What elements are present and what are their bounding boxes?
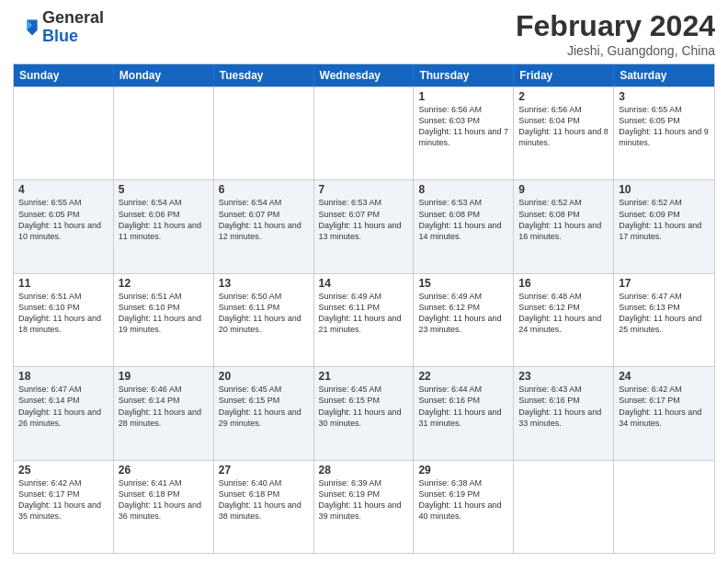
calendar-row-2: 11Sunrise: 6:51 AM Sunset: 6:10 PM Dayli… [14, 273, 714, 366]
day-number: 10 [619, 183, 710, 196]
cell-info: Sunrise: 6:54 AM Sunset: 6:06 PM Dayligh… [119, 197, 209, 242]
day-number: 17 [619, 277, 710, 290]
day-number: 4 [18, 183, 108, 196]
logo-icon [13, 15, 39, 40]
location: Jieshi, Guangdong, China [516, 43, 715, 58]
calendar-cell-19: 19Sunrise: 6:46 AM Sunset: 6:14 PM Dayli… [114, 367, 214, 459]
cell-info: Sunrise: 6:48 AM Sunset: 6:12 PM Dayligh… [518, 291, 609, 336]
calendar-cell-24: 24Sunrise: 6:42 AM Sunset: 6:17 PM Dayli… [614, 367, 714, 459]
calendar-cell-empty-4-5 [514, 461, 614, 553]
calendar-cell-empty-0-1 [114, 87, 214, 179]
calendar-cell-1: 1Sunrise: 6:56 AM Sunset: 6:03 PM Daylig… [414, 87, 514, 179]
calendar-cell-16: 16Sunrise: 6:48 AM Sunset: 6:12 PM Dayli… [514, 274, 614, 366]
header-day-thursday: Thursday [414, 64, 514, 86]
cell-info: Sunrise: 6:49 AM Sunset: 6:12 PM Dayligh… [418, 291, 508, 336]
day-number: 23 [518, 370, 609, 383]
cell-info: Sunrise: 6:42 AM Sunset: 6:17 PM Dayligh… [18, 477, 108, 523]
cell-info: Sunrise: 6:45 AM Sunset: 6:15 PM Dayligh… [319, 384, 409, 429]
cell-info: Sunrise: 6:53 AM Sunset: 6:08 PM Dayligh… [418, 197, 508, 242]
day-number: 15 [418, 277, 508, 290]
day-number: 19 [119, 370, 209, 383]
day-number: 25 [18, 464, 108, 477]
title-block: February 2024 Jieshi, Guangdong, China [516, 9, 715, 58]
cell-info: Sunrise: 6:52 AM Sunset: 6:09 PM Dayligh… [619, 197, 710, 242]
cell-info: Sunrise: 6:51 AM Sunset: 6:10 PM Dayligh… [119, 291, 209, 336]
calendar-cell-20: 20Sunrise: 6:45 AM Sunset: 6:15 PM Dayli… [214, 367, 314, 459]
day-number: 16 [518, 277, 609, 290]
header: General Blue February 2024 Jieshi, Guang… [13, 9, 715, 58]
day-number: 29 [418, 464, 508, 477]
day-number: 7 [319, 183, 409, 196]
cell-info: Sunrise: 6:41 AM Sunset: 6:18 PM Dayligh… [119, 477, 209, 523]
day-number: 28 [319, 464, 409, 477]
calendar-cell-28: 28Sunrise: 6:39 AM Sunset: 6:19 PM Dayli… [314, 461, 415, 553]
calendar-cell-empty-0-0 [14, 87, 114, 179]
calendar-row-1: 4Sunrise: 6:55 AM Sunset: 6:05 PM Daylig… [14, 179, 714, 272]
day-number: 2 [518, 90, 609, 103]
cell-info: Sunrise: 6:51 AM Sunset: 6:10 PM Dayligh… [18, 291, 108, 336]
day-number: 13 [219, 277, 309, 290]
cell-info: Sunrise: 6:53 AM Sunset: 6:07 PM Dayligh… [319, 197, 409, 242]
day-number: 14 [319, 277, 409, 290]
cell-info: Sunrise: 6:50 AM Sunset: 6:11 PM Dayligh… [219, 291, 309, 336]
day-number: 9 [518, 183, 609, 196]
calendar-cell-18: 18Sunrise: 6:47 AM Sunset: 6:14 PM Dayli… [14, 367, 114, 459]
header-day-wednesday: Wednesday [314, 64, 415, 86]
calendar-cell-8: 8Sunrise: 6:53 AM Sunset: 6:08 PM Daylig… [414, 180, 514, 272]
cell-info: Sunrise: 6:40 AM Sunset: 6:18 PM Dayligh… [219, 477, 309, 523]
calendar-cell-4: 4Sunrise: 6:55 AM Sunset: 6:05 PM Daylig… [14, 180, 114, 272]
header-day-monday: Monday [114, 64, 214, 86]
cell-info: Sunrise: 6:39 AM Sunset: 6:19 PM Dayligh… [319, 477, 409, 523]
day-number: 22 [418, 370, 508, 383]
calendar-cell-17: 17Sunrise: 6:47 AM Sunset: 6:13 PM Dayli… [614, 274, 714, 366]
calendar-cell-empty-0-2 [214, 87, 314, 179]
cell-info: Sunrise: 6:45 AM Sunset: 6:15 PM Dayligh… [219, 384, 309, 429]
calendar-cell-10: 10Sunrise: 6:52 AM Sunset: 6:09 PM Dayli… [614, 180, 714, 272]
logo-blue: Blue [42, 28, 104, 46]
calendar-header: SundayMondayTuesdayWednesdayThursdayFrid… [14, 64, 714, 86]
calendar-cell-27: 27Sunrise: 6:40 AM Sunset: 6:18 PM Dayli… [214, 461, 314, 553]
cell-info: Sunrise: 6:46 AM Sunset: 6:14 PM Dayligh… [119, 384, 209, 429]
calendar-cell-empty-4-6 [614, 461, 714, 553]
calendar-cell-7: 7Sunrise: 6:53 AM Sunset: 6:07 PM Daylig… [314, 180, 415, 272]
calendar-cell-5: 5Sunrise: 6:54 AM Sunset: 6:06 PM Daylig… [114, 180, 214, 272]
calendar-cell-25: 25Sunrise: 6:42 AM Sunset: 6:17 PM Dayli… [14, 461, 114, 553]
month-title: February 2024 [516, 9, 715, 43]
calendar-cell-11: 11Sunrise: 6:51 AM Sunset: 6:10 PM Dayli… [14, 274, 114, 366]
logo-text: General Blue [42, 9, 104, 46]
day-number: 26 [119, 464, 209, 477]
calendar-row-3: 18Sunrise: 6:47 AM Sunset: 6:14 PM Dayli… [14, 366, 714, 459]
calendar-row-0: 1Sunrise: 6:56 AM Sunset: 6:03 PM Daylig… [14, 86, 714, 179]
cell-info: Sunrise: 6:56 AM Sunset: 6:04 PM Dayligh… [518, 104, 609, 149]
header-day-tuesday: Tuesday [214, 64, 314, 86]
day-number: 5 [119, 183, 209, 196]
calendar-cell-23: 23Sunrise: 6:43 AM Sunset: 6:16 PM Dayli… [514, 367, 614, 459]
logo-general: General [42, 9, 104, 28]
calendar-cell-empty-0-3 [314, 87, 415, 179]
header-day-sunday: Sunday [14, 64, 114, 86]
cell-info: Sunrise: 6:49 AM Sunset: 6:11 PM Dayligh… [319, 291, 409, 336]
calendar-cell-21: 21Sunrise: 6:45 AM Sunset: 6:15 PM Dayli… [314, 367, 415, 459]
day-number: 20 [219, 370, 309, 383]
day-number: 3 [619, 90, 710, 103]
day-number: 18 [18, 370, 108, 383]
calendar-cell-22: 22Sunrise: 6:44 AM Sunset: 6:16 PM Dayli… [414, 367, 514, 459]
calendar-cell-6: 6Sunrise: 6:54 AM Sunset: 6:07 PM Daylig… [214, 180, 314, 272]
calendar-cell-2: 2Sunrise: 6:56 AM Sunset: 6:04 PM Daylig… [514, 87, 614, 179]
day-number: 27 [219, 464, 309, 477]
header-day-friday: Friday [514, 64, 614, 86]
header-day-saturday: Saturday [614, 64, 714, 86]
logo: General Blue [13, 9, 104, 46]
calendar-cell-13: 13Sunrise: 6:50 AM Sunset: 6:11 PM Dayli… [214, 274, 314, 366]
calendar-cell-12: 12Sunrise: 6:51 AM Sunset: 6:10 PM Dayli… [114, 274, 214, 366]
calendar-cell-29: 29Sunrise: 6:38 AM Sunset: 6:19 PM Dayli… [414, 461, 514, 553]
cell-info: Sunrise: 6:38 AM Sunset: 6:19 PM Dayligh… [418, 477, 508, 523]
cell-info: Sunrise: 6:47 AM Sunset: 6:14 PM Dayligh… [18, 384, 108, 429]
day-number: 11 [18, 277, 108, 290]
day-number: 1 [418, 90, 508, 103]
day-number: 8 [418, 183, 508, 196]
cell-info: Sunrise: 6:43 AM Sunset: 6:16 PM Dayligh… [518, 384, 609, 429]
calendar: SundayMondayTuesdayWednesdayThursdayFrid… [13, 63, 715, 554]
calendar-row-4: 25Sunrise: 6:42 AM Sunset: 6:17 PM Dayli… [14, 460, 714, 553]
calendar-body: 1Sunrise: 6:56 AM Sunset: 6:03 PM Daylig… [14, 86, 714, 553]
